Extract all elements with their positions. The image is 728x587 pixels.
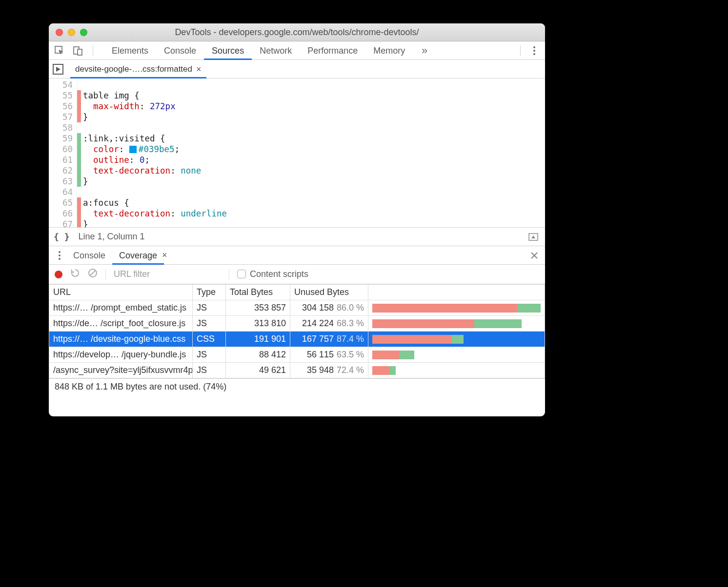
divider (93, 45, 93, 57)
code-line[interactable] (83, 79, 227, 90)
record-icon[interactable] (55, 271, 62, 278)
source-file-label: devsite-google-….css:formatted (75, 60, 192, 78)
url-filter-input[interactable]: URL filter (114, 269, 221, 279)
code-line[interactable]: } (83, 219, 227, 228)
coverage-marker (77, 187, 81, 197)
code-line[interactable]: max-width: 272px (83, 101, 227, 112)
cell-unused: 35 94872.4 % (290, 363, 368, 378)
coverage-marker (77, 79, 81, 90)
cell-type: CSS (193, 332, 226, 347)
column-header[interactable]: Total Bytes (226, 285, 290, 300)
panel-tabs: ElementsConsoleSourcesNetworkPerformance… (104, 41, 413, 60)
pretty-print-icon[interactable]: { } (54, 232, 70, 242)
line-number: 59 (49, 133, 77, 144)
divider (229, 269, 229, 280)
line-number: 57 (49, 112, 77, 122)
column-header[interactable] (368, 285, 545, 300)
svg-line-5 (90, 270, 96, 276)
code-line[interactable]: a:focus { (83, 197, 227, 208)
coverage-toolbar: URL filter Content scripts (49, 265, 545, 284)
cell-total: 353 857 (226, 300, 290, 316)
code-line[interactable] (83, 187, 227, 197)
minimize-window-icon[interactable] (68, 29, 75, 36)
toggle-sidebar-icon[interactable] (526, 230, 540, 244)
table-row[interactable]: /async_survey?site=ylj5ifxusvvmr4pJS49 6… (49, 363, 545, 378)
cell-url: https://de… /script_foot_closure.js (49, 316, 193, 332)
coverage-marker (77, 133, 81, 144)
cell-unused: 56 11563.5 % (290, 347, 368, 363)
panel-tab-network[interactable]: Network (252, 41, 300, 60)
cell-usage-bar (368, 363, 545, 378)
code-line[interactable]: text-decoration: none (83, 165, 227, 176)
show-navigator-icon[interactable] (53, 64, 63, 75)
code-line[interactable]: } (83, 112, 227, 122)
column-header[interactable]: Type (193, 285, 226, 300)
cell-type: JS (193, 316, 226, 332)
cell-url: https://develop… /jquery-bundle.js (49, 347, 193, 363)
panel-tab-sources[interactable]: Sources (204, 41, 252, 60)
close-window-icon[interactable] (56, 29, 63, 36)
cell-total: 313 810 (226, 316, 290, 332)
panel-tab-console[interactable]: Console (156, 41, 204, 60)
drawer-tabbar: ConsoleCoverage × (49, 246, 545, 265)
code-line[interactable]: text-decoration: underline (83, 208, 227, 219)
cursor-position: Line 1, Column 1 (79, 232, 145, 242)
inspect-element-icon[interactable] (53, 44, 66, 58)
cell-usage-bar (368, 316, 545, 332)
coverage-summary: 848 KB of 1.1 MB bytes are not used. (74… (49, 378, 545, 395)
cell-url: https://… /devsite-google-blue.css (49, 332, 193, 347)
reload-icon[interactable] (70, 268, 80, 280)
window-title: DevTools - developers.google.com/web/too… (49, 27, 545, 38)
cell-usage-bar (368, 332, 545, 347)
overflow-tabs-icon[interactable]: » (418, 44, 431, 58)
close-drawer-tab-icon[interactable]: × (162, 250, 167, 260)
coverage-marker (77, 176, 81, 187)
content-scripts-checkbox[interactable]: Content scripts (237, 269, 308, 279)
coverage-marker (77, 112, 81, 122)
line-number: 58 (49, 122, 77, 133)
panel-tab-performance[interactable]: Performance (300, 41, 365, 60)
editor-statusbar: { } Line 1, Column 1 (49, 228, 545, 246)
settings-menu-icon[interactable] (527, 44, 541, 58)
code-line[interactable]: :link,:visited { (83, 133, 227, 144)
code-line[interactable]: outline: 0; (83, 155, 227, 165)
table-row[interactable]: https://… /prompt_embed_static.jsJS353 8… (49, 300, 545, 316)
table-row[interactable]: https://de… /script_foot_closure.jsJS313… (49, 316, 545, 332)
coverage-table: URLTypeTotal BytesUnused Bytes https://…… (49, 284, 545, 378)
coverage-marker (77, 90, 81, 101)
cell-unused: 304 15886.0 % (290, 300, 368, 316)
line-number: 62 (49, 165, 77, 176)
drawer-tab-console[interactable]: Console (66, 246, 112, 265)
sources-tabbar: devsite-google-….css:formatted × (49, 60, 545, 78)
coverage-marker (77, 155, 81, 165)
device-toggle-icon[interactable] (71, 44, 85, 58)
code-editor[interactable]: 545556575859606162636465666768 table img… (49, 78, 545, 228)
code-line[interactable]: color: #039be5; (83, 144, 227, 155)
cell-type: JS (193, 347, 226, 363)
panel-tab-elements[interactable]: Elements (104, 41, 156, 60)
line-number: 66 (49, 208, 77, 219)
checkbox-icon[interactable] (237, 270, 246, 278)
column-header[interactable]: Unused Bytes (290, 285, 368, 300)
code-line[interactable] (83, 122, 227, 133)
panel-tab-memory[interactable]: Memory (365, 41, 413, 60)
svg-rect-2 (78, 49, 82, 55)
coverage-marker (77, 197, 81, 208)
table-row[interactable]: https://… /devsite-google-blue.cssCSS191… (49, 332, 545, 347)
drawer-menu-icon[interactable] (53, 249, 66, 262)
code-line[interactable]: } (83, 176, 227, 187)
line-number: 67 (49, 219, 77, 228)
close-tab-icon[interactable]: × (196, 60, 202, 78)
close-drawer-icon[interactable] (527, 249, 541, 262)
table-row[interactable]: https://develop… /jquery-bundle.jsJS88 4… (49, 347, 545, 363)
column-header[interactable]: URL (49, 285, 193, 300)
cell-total: 88 412 (226, 347, 290, 363)
line-number: 60 (49, 144, 77, 155)
zoom-window-icon[interactable] (80, 29, 87, 36)
line-number: 64 (49, 187, 77, 197)
code-content[interactable]: table img { max-width: 272px} :link,:vis… (81, 78, 227, 227)
source-file-tab[interactable]: devsite-google-….css:formatted × (70, 60, 206, 78)
code-line[interactable]: table img { (83, 90, 227, 101)
clear-icon[interactable] (88, 268, 98, 280)
drawer-tab-coverage[interactable]: Coverage (112, 246, 164, 265)
